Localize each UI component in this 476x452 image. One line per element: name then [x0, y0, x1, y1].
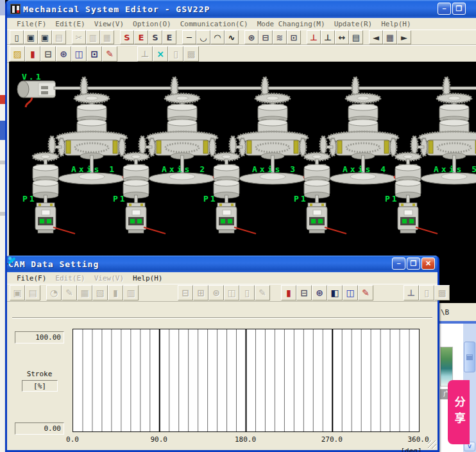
- resize-grip[interactable]: [428, 440, 436, 449]
- cam-tb-press-unit-button[interactable]: ⊥: [404, 285, 419, 300]
- tb1-save-as-button[interactable]: ▣: [38, 30, 52, 44]
- cam-close-button[interactable]: ✕: [421, 257, 435, 270]
- cam-tb-undo-button[interactable]: ◔: [46, 285, 62, 300]
- tb1-cam-box-button[interactable]: ⊡: [287, 30, 301, 44]
- tb2-gray-box-button[interactable]: ▯: [168, 46, 183, 62]
- main-titlebar[interactable]: Mechanical System Editor - GSV22P – ❐: [7, 0, 476, 18]
- tb1-line-button[interactable]: ─: [182, 30, 196, 44]
- cam-titlebar[interactable]: CAM Data Setting – ❐ ✕: [7, 256, 438, 272]
- tb2-gear-sequence-button[interactable]: ⊛: [56, 46, 71, 62]
- cam-tb-save-button[interactable]: ▣: [10, 285, 25, 300]
- tb2-press-unit-button[interactable]: ⊥: [137, 46, 153, 62]
- cam-maximize-button[interactable]: ❐: [407, 257, 420, 270]
- cam-tb-red-book-button[interactable]: ▮: [281, 285, 296, 300]
- left-strip-fragment: [0, 121, 5, 140]
- cam-tb-monitor-blue-button[interactable]: ◫: [343, 285, 358, 300]
- tb1-paste-button[interactable]: ▦: [100, 30, 114, 44]
- tb1-clutch-button[interactable]: ⊟: [259, 30, 273, 44]
- tb1-group: ✂▥▦: [72, 30, 114, 44]
- tb2-monitor-button[interactable]: ⊡: [87, 46, 102, 62]
- cam-tb-clutch-b-button[interactable]: ⊞: [193, 285, 208, 300]
- tb1-curve-down-button[interactable]: ◡: [196, 30, 210, 44]
- cam-tb-monitor-dark-button[interactable]: ◧: [327, 285, 343, 300]
- cam-tb-print-button[interactable]: ▤: [25, 285, 40, 300]
- tb2-panel-red-blue-button[interactable]: ◫: [71, 46, 87, 62]
- tb1-group: ⊥⊥↔▤: [307, 30, 363, 44]
- menu-help[interactable]: Help(H): [377, 20, 415, 28]
- cam-menubar: File(F)Edit(E)View(V)Help(H): [7, 272, 438, 284]
- cam-menu-file[interactable]: File(F): [12, 274, 51, 282]
- background-left-strip: [0, 0, 5, 452]
- share-button[interactable]: 分享: [448, 380, 470, 444]
- menu-update[interactable]: Update(R): [330, 20, 377, 28]
- tb2-group: ⊥×▯▩: [137, 46, 199, 62]
- tb1-spring-button[interactable]: ≋: [273, 30, 287, 44]
- menu-mode-changing[interactable]: Mode Changing(M): [253, 20, 330, 28]
- main-menubar: File(F)Edit(E)View(V)Option(O)Communicat…: [7, 18, 476, 30]
- cam-window: CAM Data Setting – ❐ ✕ File(F)Edit(E)Vie…: [5, 256, 439, 452]
- cam-tb-tools-button[interactable]: ✎: [358, 285, 373, 300]
- tb1-new-button[interactable]: ▯: [10, 30, 24, 44]
- tb1-book-button[interactable]: ▤: [349, 30, 363, 44]
- browser-path-text: \B: [441, 308, 449, 317]
- cam-tb-page-button[interactable]: ▯: [239, 285, 255, 300]
- svg-text:Axis 3: Axis 3: [252, 164, 298, 174]
- cam-tb-panel-button[interactable]: ◫: [224, 285, 239, 300]
- cam-tb-edit-button[interactable]: ✎: [62, 285, 77, 300]
- tb1-print-button[interactable]: ▤: [52, 30, 66, 44]
- tb1-copy-button[interactable]: ▥: [86, 30, 100, 44]
- cam-tb-column-button[interactable]: ▮: [108, 285, 123, 300]
- maximize-button[interactable]: ❐: [452, 3, 466, 15]
- tb2-clutch-unit-button[interactable]: ⊟: [40, 46, 56, 62]
- tb1-prev-button[interactable]: ◄: [369, 30, 383, 44]
- cam-chart-plot[interactable]: [72, 329, 420, 432]
- tb2-red-book-button[interactable]: ▮: [25, 46, 40, 62]
- cam-tb-box-b-button[interactable]: ▩: [434, 285, 450, 300]
- tb2-dotted-box-button[interactable]: ▩: [183, 46, 199, 62]
- tb2-cyan-cross-button[interactable]: ×: [153, 46, 168, 62]
- cam-tb-box-a-button[interactable]: ▯: [419, 285, 434, 300]
- tb1-cut-button[interactable]: ✂: [72, 30, 86, 44]
- menu-file[interactable]: File(F): [12, 20, 51, 28]
- tb1-press-start-button[interactable]: S: [120, 30, 134, 44]
- cam-tb-clutch-a-button[interactable]: ⊟: [178, 285, 193, 300]
- y-axis-unit-box: [%]: [22, 380, 58, 392]
- tb2-tools-button[interactable]: ✎: [102, 46, 117, 62]
- menu-option[interactable]: Option(O): [128, 20, 176, 28]
- scrollbar-thumb[interactable]: [464, 342, 475, 372]
- x-tick-label: 0.0: [56, 435, 89, 444]
- tb1-group: ▯▣▣▤: [10, 30, 66, 44]
- tb1-grid-table-button[interactable]: ▦: [383, 30, 397, 44]
- menu-edit[interactable]: Edit(E): [51, 20, 89, 28]
- tb1-press-end-button[interactable]: E: [134, 30, 148, 44]
- cam-window-title: CAM Data Setting: [8, 259, 99, 269]
- cam-tb-list-button[interactable]: ▥: [123, 285, 139, 300]
- svg-text:Axis 1: Axis 1: [71, 164, 117, 174]
- tb1-shaft-button[interactable]: ↔: [335, 30, 349, 44]
- svg-text:Axis 4: Axis 4: [343, 164, 388, 174]
- cam-tb-gear-sequence-button[interactable]: ⊛: [312, 285, 327, 300]
- tb1-curve-wave-button[interactable]: ∿: [225, 30, 239, 44]
- cam-tb-clutch-unit-button[interactable]: ⊟: [296, 285, 312, 300]
- menu-view[interactable]: View(V): [90, 20, 128, 28]
- tb1-gear-button[interactable]: ⊛: [244, 30, 259, 44]
- cam-tb-grid-a-button[interactable]: ▦: [77, 285, 92, 300]
- tb2-folder-yellow-button[interactable]: ▨: [10, 46, 25, 62]
- minimize-button[interactable]: –: [438, 3, 451, 15]
- main-toolbar-bottom: ▨▮⊟⊛◫⊡✎⊥×▯▩: [7, 45, 476, 63]
- y-axis-name-label: Stroke: [15, 370, 64, 378]
- cam-menu-help[interactable]: Help(H): [128, 274, 167, 282]
- tb1-clutch-start-button[interactable]: S: [148, 30, 162, 44]
- cam-tb-pen-button[interactable]: ✎: [255, 285, 270, 300]
- tb1-save-button[interactable]: ▣: [24, 30, 38, 44]
- cam-minimize-button[interactable]: –: [392, 257, 405, 270]
- cam-tb-gear-seq-button[interactable]: ⊛: [208, 285, 224, 300]
- tb1-press-down-set-button[interactable]: ⊥: [307, 30, 321, 44]
- tb1-press-down-button[interactable]: ⊥: [321, 30, 335, 44]
- menu-communication[interactable]: Communication(C): [176, 20, 253, 28]
- tb1-curve-both-button[interactable]: ◠: [210, 30, 225, 44]
- cam-client-area: 100.00 Stroke [%] 0.00 0.090.0180.0270.0…: [7, 318, 438, 450]
- tb1-clutch-end-button[interactable]: E: [162, 30, 176, 44]
- cam-tb-grid-b-button[interactable]: ▧: [92, 285, 108, 300]
- tb1-next-button[interactable]: ►: [397, 30, 411, 44]
